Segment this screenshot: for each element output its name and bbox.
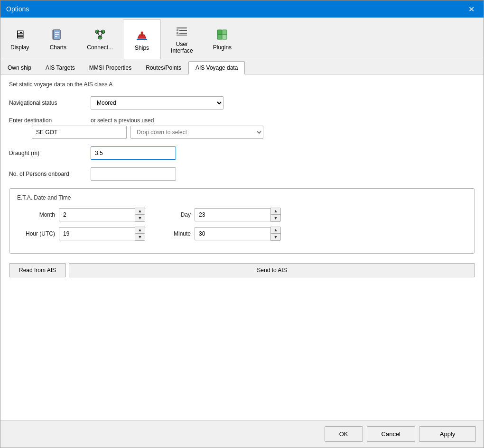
persons-group: No. of Persons onboard — [9, 167, 475, 181]
close-button[interactable]: ✕ — [465, 2, 478, 16]
charts-icon — [50, 27, 65, 42]
destination-text-input[interactable] — [32, 126, 127, 139]
hour-increment-button[interactable]: ▲ — [135, 227, 145, 234]
day-field: Day ▲ ▼ — [153, 208, 281, 222]
tab-routes-points[interactable]: Routes/Points — [139, 61, 188, 74]
ok-button[interactable]: OK — [325, 426, 363, 442]
nav-status-group: Navigational status Moored Under way usi… — [9, 96, 475, 110]
svg-rect-17 — [177, 32, 178, 34]
minute-increment-button[interactable]: ▲ — [271, 227, 280, 234]
day-label: Day — [153, 211, 191, 218]
minute-field: Minute ▲ ▼ — [153, 227, 281, 241]
destination-label-row: Enter destination or select a previous u… — [9, 117, 475, 124]
toolbar-label-charts: Charts — [50, 44, 66, 51]
hour-spinner-buttons: ▲ ▼ — [135, 227, 145, 241]
toolbar-label-display: Display — [10, 44, 29, 51]
tab-bar: Own ship AIS Targets MMSI Properties Rou… — [0, 59, 484, 74]
toolbar-label-connect: Connect... — [87, 44, 113, 51]
toolbar-item-user-interface[interactable]: User Interface — [161, 19, 203, 59]
svg-rect-15 — [177, 27, 187, 28]
nav-status-select[interactable]: Moored Under way using engine At anchor … — [91, 96, 223, 110]
month-label: Month — [17, 211, 55, 218]
destination-inputs: Drop down to select — [9, 126, 475, 139]
user-interface-icon — [174, 24, 189, 39]
svg-rect-22 — [217, 35, 222, 39]
tab-ais-targets[interactable]: AIS Targets — [38, 61, 82, 74]
day-decrement-button[interactable]: ▼ — [271, 215, 280, 221]
toolbar-item-charts[interactable]: Charts — [39, 19, 77, 59]
eta-row-month-day: Month ▲ ▼ Day ▲ ▼ — [17, 208, 467, 222]
toolbar-label-user-interface: User Interface — [171, 41, 193, 55]
hour-input[interactable] — [59, 227, 135, 240]
content-area: Set static voyage data on the AIS class … — [0, 74, 484, 420]
read-from-ais-button[interactable]: Read from AIS — [9, 263, 66, 277]
persons-input[interactable] — [91, 167, 176, 181]
persons-label: No. of Persons onboard — [9, 171, 85, 177]
month-spinner: ▲ ▼ — [59, 208, 145, 222]
minute-spinner: ▲ ▼ — [195, 227, 281, 241]
month-input[interactable] — [59, 208, 135, 221]
minute-decrement-button[interactable]: ▼ — [271, 234, 280, 240]
display-icon: 🖥 — [12, 27, 28, 42]
plugins-icon — [214, 27, 230, 42]
svg-rect-23 — [222, 35, 227, 39]
destination-row: Enter destination or select a previous u… — [9, 117, 475, 139]
draught-input[interactable] — [91, 146, 176, 160]
toolbar-label-ships: Ships — [135, 45, 149, 51]
tab-ais-voyage-data[interactable]: AIS Voyage data — [188, 61, 245, 74]
tab-own-ship[interactable]: Own ship — [0, 61, 38, 74]
month-decrement-button[interactable]: ▼ — [135, 215, 145, 221]
eta-group-title: E.T.A. Date and Time — [17, 194, 467, 201]
eta-row-hour-minute: Hour (UTC) ▲ ▼ Minute ▲ — [17, 227, 467, 241]
send-to-ais-button[interactable]: Send to AIS — [69, 263, 475, 277]
cancel-button[interactable]: Cancel — [367, 426, 415, 442]
month-spinner-buttons: ▲ ▼ — [135, 208, 145, 222]
toolbar-item-connect[interactable]: Connect... — [77, 19, 123, 59]
destination-label: Enter destination — [9, 117, 85, 124]
hour-field: Hour (UTC) ▲ ▼ — [17, 227, 145, 241]
ships-icon — [134, 27, 149, 43]
day-increment-button[interactable]: ▲ — [271, 208, 280, 215]
day-spinner-buttons: ▲ ▼ — [270, 208, 281, 222]
minute-input[interactable] — [195, 227, 270, 240]
destination-dropdown[interactable]: Drop down to select — [130, 126, 263, 139]
month-increment-button[interactable]: ▲ — [135, 208, 145, 215]
day-spinner: ▲ ▼ — [195, 208, 281, 222]
apply-button[interactable]: Apply — [419, 426, 476, 442]
connect-icon — [93, 27, 108, 42]
content-description: Set static voyage data on the AIS class … — [9, 81, 475, 88]
toolbar-item-display[interactable]: 🖥 Display — [0, 19, 39, 59]
toolbar-item-ships[interactable]: Ships — [123, 19, 161, 59]
svg-rect-21 — [222, 30, 227, 35]
footer: OK Cancel Apply — [0, 420, 484, 448]
svg-rect-14 — [177, 29, 178, 31]
action-button-row: Read from AIS Send to AIS — [9, 263, 475, 277]
svg-rect-12 — [141, 32, 143, 36]
title-bar: Options ✕ — [0, 0, 484, 18]
destination-or-label: or select a previous used — [91, 117, 154, 124]
draught-group: Draught (m) — [9, 146, 475, 160]
nav-status-label: Navigational status — [9, 100, 85, 106]
toolbar-label-plugins: Plugins — [213, 44, 232, 51]
toolbar-item-plugins[interactable]: Plugins — [203, 19, 242, 59]
window-title: Options — [6, 5, 29, 13]
tab-mmsi-properties[interactable]: MMSI Properties — [82, 61, 139, 74]
toolbar: 🖥 Display Charts — [0, 18, 484, 59]
day-input[interactable] — [195, 208, 270, 221]
minute-spinner-buttons: ▲ ▼ — [270, 227, 281, 241]
eta-group: E.T.A. Date and Time Month ▲ ▼ Day — [9, 188, 475, 254]
hour-decrement-button[interactable]: ▼ — [135, 234, 145, 240]
draught-label: Draught (m) — [9, 150, 85, 156]
month-field: Month ▲ ▼ — [17, 208, 145, 222]
hour-spinner: ▲ ▼ — [59, 227, 145, 241]
options-window: Options ✕ 🖥 Display Charts — [0, 0, 484, 448]
hour-label: Hour (UTC) — [17, 230, 55, 237]
minute-label: Minute — [153, 230, 191, 237]
svg-rect-20 — [217, 30, 222, 35]
